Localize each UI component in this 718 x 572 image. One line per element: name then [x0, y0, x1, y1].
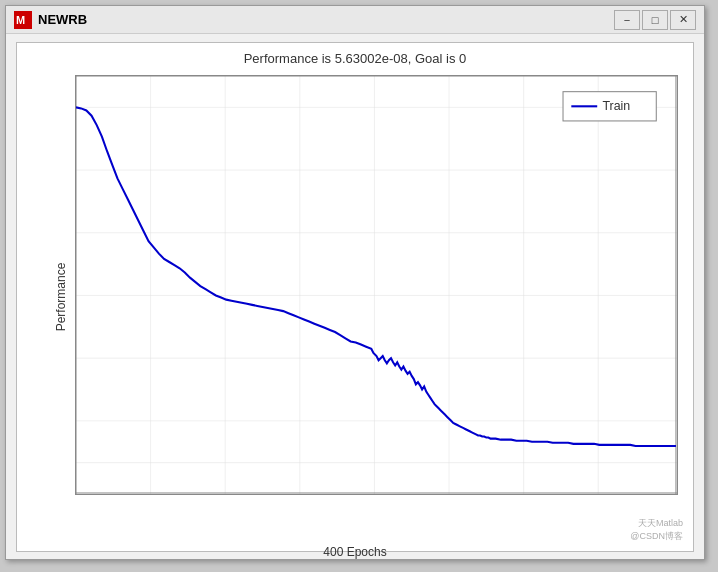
- svg-text:Train: Train: [602, 99, 630, 113]
- matlab-icon: M: [14, 11, 32, 29]
- close-button[interactable]: ✕: [670, 10, 696, 30]
- watermark-line1: 天天Matlab: [630, 517, 683, 530]
- maximize-button[interactable]: □: [642, 10, 668, 30]
- svg-rect-2: [76, 76, 677, 494]
- minimize-button[interactable]: −: [614, 10, 640, 30]
- svg-text:M: M: [16, 14, 25, 26]
- watermark-line2: @CSDN博客: [630, 530, 683, 543]
- chart-area: Performance is 5.63002e-08, Goal is 0 Pe…: [16, 42, 694, 552]
- main-window: M NEWRB − □ ✕ Performance is 5.63002e-08…: [5, 5, 705, 560]
- watermark: 天天Matlab @CSDN博客: [630, 517, 683, 543]
- window-title: NEWRB: [38, 12, 87, 27]
- plot-svg: 10² 10⁰ 10⁻² 10⁻⁴ 10⁻⁶ 10⁻⁸ 0 50 100 150…: [75, 75, 678, 495]
- y-axis-label: Performance: [54, 263, 68, 332]
- chart-container: 10² 10⁰ 10⁻² 10⁻⁴ 10⁻⁶ 10⁻⁸ 0 50 100 150…: [75, 75, 678, 495]
- x-axis-label: 400 Epochs: [17, 545, 693, 559]
- title-bar-controls: − □ ✕: [614, 10, 696, 30]
- title-bar-left: M NEWRB: [14, 11, 87, 29]
- chart-title: Performance is 5.63002e-08, Goal is 0: [17, 43, 693, 70]
- title-bar: M NEWRB − □ ✕: [6, 6, 704, 34]
